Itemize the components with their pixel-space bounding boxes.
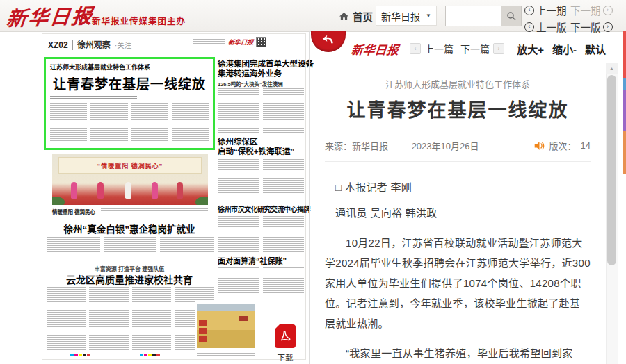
placeholder-columns [47,287,214,351]
chevron-down-icon: ▼ [426,13,431,19]
dancer-figure [71,182,77,199]
divider [325,161,591,162]
nav-home-label: 首页 [353,9,373,24]
placeholder-columns [50,103,209,142]
subhead-port: 126.5吨的“大块头”发往澳洲 [218,80,304,88]
harvest-photo [197,304,255,348]
scrollbar-thumb[interactable] [607,75,616,265]
reader-toolbar: 新华日报 ‹ 上一篇 下一篇 › 放大+ 缩小- 默认 [310,36,606,61]
next-issue-label: 下一期 [570,3,601,17]
prev-issue-label: 上一期 [536,3,567,17]
headline-port-line1: 徐港集团完成首单大型设备 [218,59,304,69]
article-kicker: 江苏师大形成基层就业特色工作体系 [325,77,591,90]
edition-number[interactable]: 14 [581,140,591,151]
article-title: 让青春梦在基层一线绽放 [325,95,591,122]
section-tag: ·关注 [115,40,132,50]
harvester [199,336,207,342]
search-icon [506,11,516,21]
plant [195,197,208,205]
article-view: 江苏师大形成基层就业特色工作体系 让青春梦在基层一线绽放 来源：新华日报 202… [310,63,606,364]
next-article-button[interactable]: 下一篇 [460,42,490,56]
next-issue-button[interactable]: 下一期 › [570,3,616,17]
paper-select-value: 新华日报 [381,9,420,23]
placeholder-columns [47,237,214,262]
zoom-in-button[interactable]: 放大+ [517,42,544,56]
photo-caption-row: 情暖重阳 德润民心 [52,208,208,215]
photo-banner-text: “情暖重阳 德润民心” [58,157,202,174]
article-source: 来源：新华日报 [325,141,388,151]
pdf-download[interactable]: 下载 [274,324,296,363]
page-header: XZ02 徐州观察 ·关注 [48,38,131,50]
kicker-yunlong: 丰富资源 打造平台 建强队伍 [44,265,215,272]
dancer-figure [97,182,104,199]
section-title: 徐州观察 [77,38,111,50]
harvester [239,316,248,321]
placeholder-text [101,208,208,215]
edition-label: 版次： [549,139,577,152]
prev-article-button[interactable]: 上一篇 [424,42,454,56]
placeholder-text [50,96,137,99]
headline-bonded-line1: 徐州综保区 [218,137,304,147]
reader-masthead-logo: 新华日报 [351,40,400,58]
placeholder-text [193,39,225,45]
download-label: 下载 [274,351,296,363]
headline-yunlong[interactable]: 云龙区高质量推进家校社共育 [44,272,215,286]
byline-reporter: □ 本报记者 李刚 [325,177,591,197]
headline-shebao[interactable]: 面对面算清“社保账” [218,256,304,266]
headline-hanculture[interactable]: 徐州市汉文化研究交流中心揭牌 [218,205,304,215]
paper-select-dropdown[interactable]: 新华日报 ▼ [376,6,437,26]
dancer-figure [177,182,183,199]
nav-home[interactable]: 首页 [339,9,373,24]
zoom-reset-button[interactable]: 默认 [585,42,606,56]
zoom-out-button[interactable]: 缩小- [552,42,577,56]
newspaper-page: XZ02 徐州观察 ·关注 新华日报 江苏师大形成基层就业特色工作体系 让青春梦… [42,33,306,360]
circle-right-icon: › [603,6,613,15]
headline-port-line2: 集港转运海外业务 [218,69,304,78]
next-edition-label: 下一版 [570,19,601,34]
print-color-bar [70,354,90,356]
circle-left-icon: ‹ [524,6,534,15]
byline-correspondent: 通讯员 吴向裕 韩洪政 [325,203,591,223]
dancers-photo: “情暖重阳 德润民心” [52,154,208,205]
search-input[interactable] [445,6,501,26]
app: 新华日报 新华报业传媒集团主办 首页 新华日报 ▼ ‹ 上一期 [0,0,626,364]
edge-marker-purple [623,90,626,131]
search-button[interactable] [501,6,522,26]
scrollbar-up-button[interactable]: ▲ [606,63,618,74]
placeholder-columns [218,267,304,301]
photo-caption: 情暖重阳 德润民心 [52,208,95,215]
paragraph: “我家里一直从事生猪养殖，毕业后我希望回到家乡，用专业所学回报家乡的养殖产业。”… [325,343,591,364]
plant [52,197,65,205]
highlight-kicker: 江苏师大形成基层就业特色工作体系 [50,63,209,72]
circle-left-icon: ‹ [524,22,534,32]
article-date: 2023年10月26日 [412,141,479,151]
prev-edition-button[interactable]: ‹ 上一版 [524,19,570,34]
next-article-icon[interactable]: › [493,43,504,54]
headline-port[interactable]: 徐港集团完成首单大型设备 集港转运海外业务 [218,59,304,78]
placeholder-text [197,351,255,356]
zoom-controls: 放大+ 缩小- 默认 [517,42,606,56]
edge-marker-blue [623,78,626,90]
headline-benefit[interactable]: 徐州“真金白银”惠企稳岗扩就业 [44,222,215,235]
paragraph: 10月22日，江苏省百校联动就业活动暨江苏师范大学2024届毕业生秋季招聘会在江… [325,233,591,333]
divider [47,51,301,51]
prev-issue-button[interactable]: ‹ 上一期 [524,3,570,17]
headline-bonded[interactable]: 徐州综保区 启动“保税+铁海联运” [218,137,304,156]
dancer-figure [152,182,158,199]
home-icon [339,12,349,21]
circle-right-icon: › [603,22,613,32]
prev-edition-label: 上一版 [536,19,567,34]
print-color-bar [140,354,160,356]
placeholder-columns [218,216,304,254]
article-meta: 来源：新华日报 2023年10月26日 版次： 14 [325,139,591,153]
placeholder-columns [218,88,304,133]
brand-slogan: 新华报业传媒集团主办 [92,14,186,27]
speaker-icon[interactable] [533,141,545,151]
placeholder-columns [218,159,304,201]
highlight-headline: 让青春梦在基层一线绽放 [50,74,209,92]
prev-article-icon[interactable]: ‹ [410,43,421,54]
article-body: □ 本报记者 李刚 通讯员 吴向裕 韩洪政 10月22日，江苏省百校联动就业活动… [325,177,591,364]
article-highlight[interactable]: 江苏师大形成基层就业特色工作体系 让青春梦在基层一线绽放 [44,57,215,150]
next-edition-button[interactable]: 下一版 › [570,19,616,34]
harvester [199,328,207,334]
